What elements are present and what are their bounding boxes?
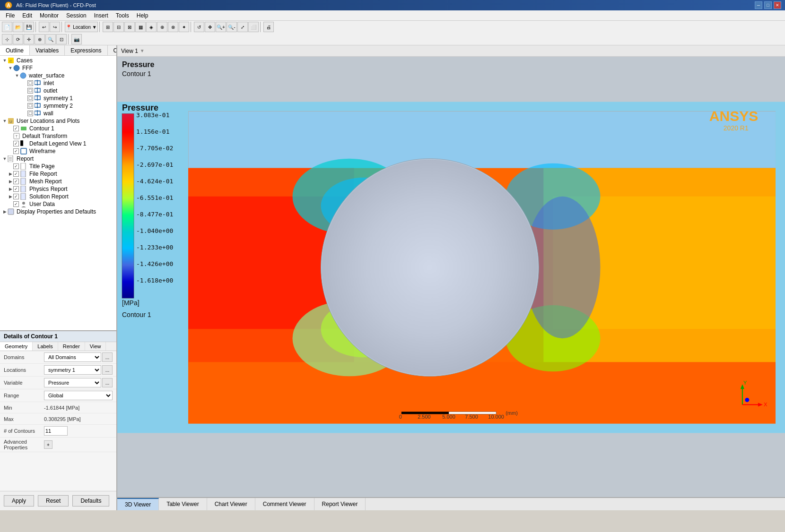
tree-mesh-report[interactable]: ▶ ✓ Mesh Report [1,178,115,185]
toolbar-zoom-in-btn[interactable]: 🔍+ [216,22,226,32]
toolbar-camera[interactable]: 📷 [71,34,82,44]
apply-button[interactable]: Apply [4,495,34,506]
toolbar-undo-btn[interactable]: ↩ [39,22,49,32]
toolbar-select-mode[interactable]: ⊹ [2,34,12,44]
toolbar-mode6[interactable]: ⊡ [56,34,67,44]
toolbar-open-btn[interactable]: 📂 [13,22,23,32]
toolbar-view-btn7[interactable]: ⊗ [168,22,178,32]
bottom-tab-commentviewer[interactable]: Comment Viewer [255,498,314,510]
bottom-tab-tableviewer[interactable]: Table Viewer [159,498,207,510]
details-tab-view[interactable]: View [85,342,106,351]
tree-default-transform[interactable]: T Default Transform [1,132,115,140]
bottom-tab-reportviewer[interactable]: Report Viewer [314,498,366,510]
menu-session[interactable]: Session [62,11,90,20]
toolbar-view-btn8[interactable]: ✦ [179,22,189,32]
toolbar-view-btn6[interactable]: ⊕ [157,22,167,32]
wall-checkbox[interactable]: ☐ [27,111,33,116]
toolbar-mode3[interactable]: ✛ [24,34,34,44]
menu-edit[interactable]: Edit [18,11,36,20]
contours-input[interactable] [44,426,68,436]
tree-title-page[interactable]: ✓ Title Page [1,163,115,170]
toolbar-save-btn[interactable]: 💾 [24,22,34,32]
viewer-canvas[interactable]: 3.083e-01 1.156e-01 -7.705e-02 -2.697e-0… [117,57,785,497]
wireframe-checkbox[interactable]: ✓ [13,148,19,154]
locations-select[interactable]: symmetry 1 [44,365,101,375]
sym2-checkbox[interactable]: ☐ [27,103,33,109]
toolbar-view-btn1[interactable]: ⊞ [103,22,113,32]
tab-calcul[interactable]: Calcul... [108,45,117,55]
inlet-checkbox[interactable]: ☐ [27,80,33,86]
tree-file-report[interactable]: ▶ ✓ File Report [1,170,115,178]
solution-report-checkbox[interactable]: ✓ [13,194,19,199]
tree-water-surface[interactable]: ▼ water_surface [1,72,115,79]
toolbar-mode2[interactable]: ⟳ [13,34,23,44]
default-legend-checkbox[interactable]: ✓ [13,141,19,146]
tree-user-locations[interactable]: ▼ U User Locations and Plots [1,117,115,125]
menu-help[interactable]: Help [133,11,152,20]
tree-solution-report[interactable]: ▶ ✓ Solution Report [1,193,115,200]
tree-physics-report[interactable]: ▶ ✓ Physics Report [1,185,115,193]
bottom-tab-3dviewer[interactable]: 3D Viewer [117,498,159,510]
toolbar-select-btn[interactable]: ⬜ [248,22,259,32]
defaults-button[interactable]: Defaults [72,495,109,506]
title-page-checkbox[interactable]: ✓ [13,163,19,169]
physics-report-checkbox[interactable]: ✓ [13,186,19,192]
menu-monitor[interactable]: Monitor [36,11,62,20]
details-tab-labels[interactable]: Labels [33,342,58,351]
outlet-checkbox[interactable]: ☐ [27,88,33,94]
variable-select[interactable]: Pressure [44,378,101,387]
domains-browse-btn[interactable]: ... [102,352,113,362]
toolbar-pan-btn[interactable]: ✥ [205,22,215,32]
tree-fff[interactable]: ▼ FFF [1,64,115,72]
tree-symmetry1[interactable]: ☐ symmetry 1 [1,94,115,102]
tree-user-data[interactable]: ✓ User Data [1,200,115,208]
range-select[interactable]: Global [44,391,113,400]
toolbar-zoom-out-btn[interactable]: 🔍- [227,22,237,32]
toolbar-redo-btn[interactable]: ↪ [50,22,60,32]
details-tab-geometry[interactable]: Geometry [0,342,33,351]
menu-file[interactable]: File [2,11,18,20]
minimize-button[interactable]: ─ [755,1,762,9]
tree-default-legend[interactable]: ✓ Default Legend View 1 [1,140,115,147]
tree-symmetry2[interactable]: ☐ symmetry 2 [1,102,115,110]
tab-variables[interactable]: Variables [30,45,65,55]
toolbar-location-btn[interactable]: 📍 Location ▼ [65,22,98,32]
user-data-checkbox[interactable]: ✓ [13,201,19,207]
tree-outlet[interactable]: ☐ outlet [1,87,115,94]
locations-browse-btn[interactable]: ... [102,365,113,375]
toolbar-view-btn5[interactable]: ◈ [146,22,157,32]
tab-outline[interactable]: Outline [0,45,30,55]
tree-display-properties[interactable]: ▶ Display Properties and Defaults [1,208,115,215]
advanced-expand-btn[interactable]: + [44,440,52,449]
toolbar-view-btn3[interactable]: ⊠ [124,22,135,32]
domains-select[interactable]: All Domains [44,352,101,362]
tree-contour1[interactable]: ✓ Contour 1 [1,125,115,132]
toolbar-rotate-btn[interactable]: ↺ [194,22,204,32]
maximize-button[interactable]: □ [764,1,772,9]
details-tab-render[interactable]: Render [58,342,85,351]
toolbar-fit-btn[interactable]: ⤢ [237,22,248,32]
tree-report[interactable]: ▼ Report [1,155,115,163]
contour1-checkbox[interactable]: ✓ [13,126,19,131]
menu-insert[interactable]: Insert [90,11,112,20]
tree-inlet[interactable]: ☐ inlet [1,79,115,87]
menu-tools[interactable]: Tools [112,11,133,20]
tree-wireframe[interactable]: ✓ Wireframe [1,147,115,155]
file-report-checkbox[interactable]: ✓ [13,171,19,177]
view-dropdown-arrow[interactable]: ▼ [140,48,145,53]
toolbar-view-btn4[interactable]: ▦ [135,22,146,32]
close-button[interactable]: ✕ [774,1,781,9]
toolbar-print-btn[interactable]: 🖨 [263,22,274,32]
tab-expressions[interactable]: Expressions [65,45,107,55]
tree-cases[interactable]: ▼ C Cases [1,57,115,64]
toolbar-new-btn[interactable]: 📄 [2,22,12,32]
tree-wall[interactable]: ☐ wall [1,110,115,117]
toolbar-mode5[interactable]: 🔍 [45,34,56,44]
reset-button[interactable]: Reset [38,495,69,506]
bottom-tab-chartviewer[interactable]: Chart Viewer [207,498,255,510]
variable-browse-btn[interactable]: ... [102,378,113,387]
sym1-checkbox[interactable]: ☐ [27,95,33,101]
toolbar-mode4[interactable]: ⊕ [35,34,45,44]
mesh-report-checkbox[interactable]: ✓ [13,179,19,184]
toolbar-view-btn2[interactable]: ⊟ [113,22,124,32]
